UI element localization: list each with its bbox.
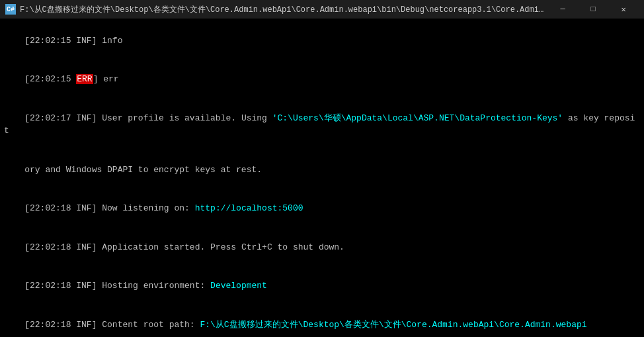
app-icon: C#: [5, 4, 16, 15]
log-line-cont: ory and Windows DPAPI to encrypt keys at…: [4, 150, 640, 189]
log-line: [22:02:18 INF] Application started. Pres…: [4, 228, 640, 267]
minimize-button[interactable]: ─: [547, 0, 578, 19]
close-button[interactable]: ✕: [608, 0, 639, 19]
timestamp: [22:02:18: [24, 203, 76, 213]
title-bar-controls: ─ □ ✕: [547, 0, 639, 19]
timestamp: [22:02:15: [24, 74, 76, 84]
timestamp: [22:02:18: [24, 320, 76, 330]
log-message: ] err: [93, 74, 119, 84]
log-line: [22:02:17 INF] User profile is available…: [4, 99, 640, 150]
maximize-button[interactable]: □: [578, 0, 608, 19]
log-message: ] Now listening on:: [92, 203, 195, 213]
log-url: http://localhost:5000: [195, 203, 303, 213]
log-highlight: 'C:\Users\华硕\AppData\Local\ASP.NET\DataP…: [272, 113, 563, 123]
log-line: [22:02:18 INF] Hosting environment: Deve…: [4, 267, 640, 306]
log-message: ] User profile is available. Using: [92, 113, 272, 123]
log-level: INF: [76, 281, 91, 291]
log-level: INF: [76, 203, 91, 213]
timestamp: [22:02:18: [24, 281, 76, 291]
log-env: Development: [210, 281, 267, 291]
console-output: [22:02:15 INF] info [22:02:15 ERR] err […: [0, 19, 644, 337]
log-level: INF: [76, 36, 91, 46]
log-level: INF: [76, 113, 91, 123]
log-message: ] info: [92, 36, 123, 46]
log-level-err: ERR: [76, 74, 93, 84]
log-line: [22:02:18 INF] Now listening on: http://…: [4, 189, 640, 228]
log-level: INF: [76, 242, 91, 252]
log-message: ] Content root path:: [92, 320, 200, 330]
title-bar: C# F:\从C盘搬移过来的文件\Desktop\各类文件\文件\Core.Ad…: [0, 0, 644, 19]
timestamp: [22:02:18: [24, 242, 76, 252]
log-message-wrap: ory and Windows DPAPI to encrypt keys at…: [24, 165, 262, 175]
timestamp: [22:02:17: [24, 113, 76, 123]
log-message: ] Application started. Press Ctrl+C to s…: [92, 242, 344, 252]
log-message: ] Hosting environment:: [92, 281, 210, 291]
log-level: INF: [76, 320, 91, 330]
log-path: F:\从C盘搬移过来的文件\Desktop\各类文件\文件\Core.Admin…: [200, 320, 586, 330]
log-line: [22:02:15 ERR] err: [4, 60, 640, 99]
log-line: [22:02:18 INF] Content root path: F:\从C盘…: [4, 305, 640, 337]
timestamp: [22:02:15: [24, 36, 76, 46]
title-bar-text: F:\从C盘搬移过来的文件\Desktop\各类文件\文件\Core.Admin…: [20, 4, 547, 15]
log-line: [22:02:15 INF] info: [4, 21, 640, 60]
